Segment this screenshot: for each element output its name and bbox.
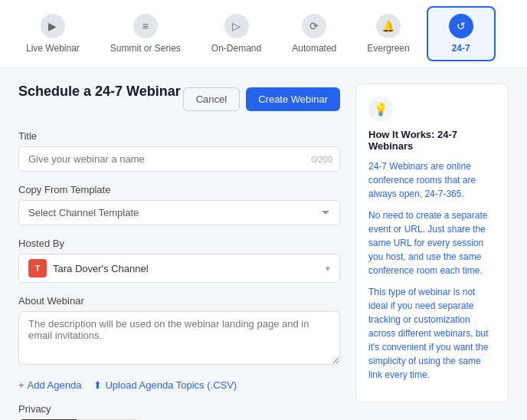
info-icon: 💡 xyxy=(368,97,393,121)
copy-template-select[interactable]: Select Channel Template xyxy=(18,200,340,225)
type-icon-on-demand: ▷ xyxy=(224,14,249,38)
info-title: How It Works: 24-7 Webinars xyxy=(368,129,496,152)
type-label-on-demand: On-Demand xyxy=(211,43,261,54)
type-item-24-7[interactable]: ↺24-7 xyxy=(427,6,496,61)
about-webinar-label: About Webinar xyxy=(18,295,340,307)
type-item-evergreen[interactable]: 🔔Evergreen xyxy=(353,6,423,61)
type-item-on-demand[interactable]: ▷On-Demand xyxy=(198,6,275,61)
title-label: Title xyxy=(18,130,340,142)
type-icon-summit-or-series: ≡ xyxy=(133,14,158,38)
type-item-automated[interactable]: ⟳Automated xyxy=(278,6,350,61)
hosted-by-group: Hosted By T Tara Dover's Channel ▾ xyxy=(18,238,340,283)
type-icon-24-7: ↺ xyxy=(449,14,473,38)
char-count: 0/200 xyxy=(311,155,332,164)
upload-icon: ⬆ xyxy=(93,379,102,391)
info-card: 💡 How It Works: 24-7 Webinars 24-7 Webin… xyxy=(355,84,509,402)
about-webinar-group: About Webinar xyxy=(18,295,340,367)
title-input[interactable] xyxy=(18,146,340,172)
hosted-by-select[interactable]: T Tara Dover's Channel ▾ xyxy=(18,254,340,283)
type-label-live-webinar: Live Webinar xyxy=(26,43,80,54)
type-icon-evergreen: 🔔 xyxy=(376,14,401,38)
info-paragraph-2: No need to create a separate event or UR… xyxy=(368,208,496,277)
info-paragraph-3: This type of webinar is not ideal if you… xyxy=(368,285,496,382)
about-webinar-textarea[interactable] xyxy=(18,311,340,365)
copy-template-group: Copy From Template Select Channel Templa… xyxy=(18,184,340,225)
add-agenda-link[interactable]: + Add Agenda xyxy=(18,379,81,391)
type-icon-live-webinar: ▶ xyxy=(41,14,65,38)
info-panel: 💡 How It Works: 24-7 Webinars 24-7 Webin… xyxy=(355,84,509,420)
main-content: Schedule a 24-7 Webinar Cancel Create We… xyxy=(0,68,527,420)
agenda-links: + Add Agenda ⬆ Upload Agenda Topics (.CS… xyxy=(18,379,340,391)
type-selector: ▶Live Webinar≡Summit or Series▷On-Demand… xyxy=(0,0,527,68)
hosted-name: Tara Dover's Channel xyxy=(53,263,326,274)
copy-template-label: Copy From Template xyxy=(18,184,340,195)
privacy-group: Privacy Public Private xyxy=(18,403,340,420)
type-label-automated: Automated xyxy=(292,43,336,54)
hosted-by-label: Hosted By xyxy=(18,238,340,249)
title-group: Title 0/200 xyxy=(18,130,340,172)
type-label-summit-or-series: Summit or Series xyxy=(110,43,181,54)
upload-agenda-link[interactable]: ⬆ Upload Agenda Topics (.CSV) xyxy=(93,379,237,391)
plus-icon: + xyxy=(18,379,25,391)
form-section: Schedule a 24-7 Webinar Cancel Create We… xyxy=(18,84,340,420)
type-icon-automated: ⟳ xyxy=(302,14,326,38)
hosted-avatar: T xyxy=(28,259,47,277)
create-webinar-button[interactable]: Create Webinar xyxy=(246,87,340,111)
cancel-button[interactable]: Cancel xyxy=(183,87,240,111)
chevron-down-icon: ▾ xyxy=(326,264,330,274)
header-row: Schedule a 24-7 Webinar Cancel Create We… xyxy=(18,84,340,115)
info-paragraph-1: 24-7 Webinars are online conference room… xyxy=(368,159,496,201)
privacy-label: Privacy xyxy=(18,403,340,415)
type-label-evergreen: Evergreen xyxy=(367,43,409,54)
title-input-wrapper: 0/200 xyxy=(18,146,340,172)
type-label-24-7: 24-7 xyxy=(452,43,470,54)
page-title: Schedule a 24-7 Webinar xyxy=(18,84,181,100)
type-item-live-webinar[interactable]: ▶Live Webinar xyxy=(12,6,93,61)
type-item-summit-or-series[interactable]: ≡Summit or Series xyxy=(97,6,195,61)
